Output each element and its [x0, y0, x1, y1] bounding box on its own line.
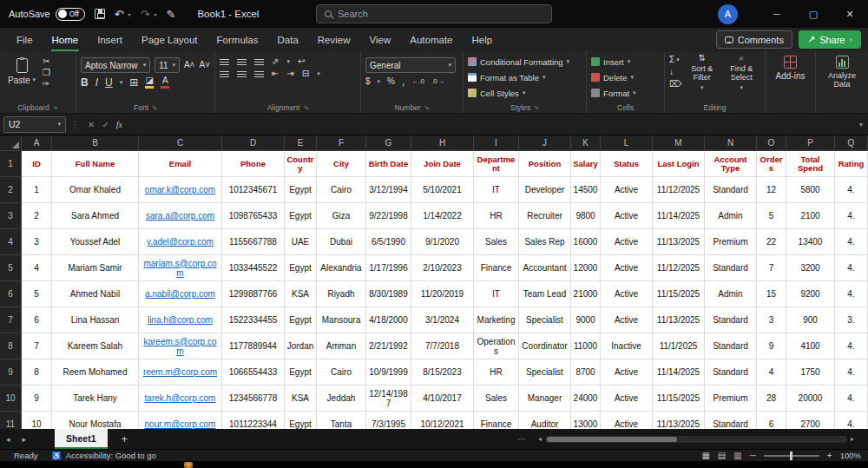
- cell-P8[interactable]: 4100: [786, 333, 835, 359]
- cell-Q6[interactable]: 4.: [835, 281, 868, 307]
- cell-O11[interactable]: 6: [757, 412, 786, 429]
- cell-E7[interactable]: Egypt: [285, 307, 317, 333]
- save-icon[interactable]: [95, 9, 105, 19]
- cell-Q11[interactable]: 4.: [835, 412, 868, 429]
- cell-D6[interactable]: 1299887766: [222, 281, 285, 307]
- cell-O6[interactable]: 15: [757, 281, 786, 307]
- column-header-L[interactable]: L: [601, 135, 653, 151]
- cell-header-L1[interactable]: Status: [601, 151, 653, 177]
- cell-M8[interactable]: 11/1/2025: [653, 333, 705, 359]
- font-name-combo[interactable]: Aptos Narrow ▾: [81, 57, 150, 73]
- cell-G4[interactable]: 6/5/1990: [366, 229, 411, 255]
- horizontal-scrollbar[interactable]: ◂ ▸: [535, 435, 858, 443]
- select-all-button[interactable]: [0, 135, 22, 151]
- autosave-switch[interactable]: Off: [56, 8, 85, 21]
- font-dialog-launcher-icon[interactable]: ⇘: [152, 104, 157, 111]
- column-header-I[interactable]: I: [474, 135, 519, 151]
- cell-P10[interactable]: 20000: [786, 386, 835, 412]
- column-header-C[interactable]: C: [139, 135, 222, 151]
- cell-D11[interactable]: 1011223344: [222, 412, 285, 429]
- increase-indent-icon[interactable]: ⇥: [286, 69, 293, 78]
- row-header-3[interactable]: 3: [0, 203, 22, 229]
- sheet-bar-ellipsis-icon[interactable]: ⋯: [517, 434, 526, 444]
- cell-B9[interactable]: Reem Mohamed: [52, 359, 139, 386]
- align-middle-icon[interactable]: [237, 59, 247, 65]
- cell-N2[interactable]: Standard: [705, 177, 757, 203]
- autosave-toggle[interactable]: AutoSave Off: [9, 8, 85, 21]
- cell-M9[interactable]: 11/14/2025: [653, 359, 705, 386]
- cell-header-J1[interactable]: Position: [519, 151, 571, 177]
- formula-input[interactable]: [131, 116, 854, 133]
- cell-L8[interactable]: Inactive: [601, 333, 653, 359]
- cell-F5[interactable]: Alexandria: [317, 255, 366, 281]
- cell-F7[interactable]: Mansoura: [317, 307, 366, 333]
- cell-H3[interactable]: 1/14/2022: [411, 203, 474, 229]
- cell-P3[interactable]: 2100: [786, 203, 835, 229]
- cell-E4[interactable]: UAE: [285, 229, 317, 255]
- column-header-O[interactable]: O: [757, 135, 786, 151]
- column-header-E[interactable]: E: [285, 135, 317, 151]
- cell-Q3[interactable]: 4.: [835, 203, 868, 229]
- cell-A4[interactable]: 3: [22, 229, 52, 255]
- row-header-7[interactable]: 7: [0, 307, 22, 333]
- cell-B3[interactable]: Sara Ahmed: [52, 203, 139, 229]
- cell-P7[interactable]: 900: [786, 307, 835, 333]
- cell-O2[interactable]: 12: [757, 177, 786, 203]
- cell-E8[interactable]: Jordan: [285, 333, 317, 359]
- scrollbar-thumb[interactable]: [547, 437, 677, 442]
- cell-styles-button[interactable]: Cell Styles ▾: [468, 85, 582, 101]
- cell-header-B1[interactable]: Full Name: [52, 151, 139, 177]
- cell-D7[interactable]: 1522334455: [222, 307, 285, 333]
- cell-N7[interactable]: Standard: [705, 307, 757, 333]
- cell-P9[interactable]: 1750: [786, 359, 835, 386]
- row-header-11[interactable]: 11: [0, 412, 22, 429]
- cell-P6[interactable]: 9200: [786, 281, 835, 307]
- cell-I8[interactable]: Operations: [474, 333, 519, 359]
- comments-button[interactable]: Comments: [716, 30, 792, 49]
- scrollbar-track[interactable]: [545, 436, 847, 443]
- cell-H7[interactable]: 3/1/2024: [411, 307, 474, 333]
- cell-I7[interactable]: Marketing: [474, 307, 519, 333]
- cell-E6[interactable]: KSA: [285, 281, 317, 307]
- name-box[interactable]: U2 ▾: [3, 116, 66, 133]
- cell-H10[interactable]: 4/10/2017: [411, 386, 474, 412]
- cell-G7[interactable]: 4/18/2000: [366, 307, 411, 333]
- cell-Q2[interactable]: 4.: [835, 177, 868, 203]
- merge-center-icon[interactable]: ⊟: [302, 69, 309, 78]
- column-header-G[interactable]: G: [366, 135, 411, 151]
- cell-L11[interactable]: Active: [601, 412, 653, 429]
- delete-cells-button[interactable]: Delete ▾: [591, 69, 660, 85]
- cell-F6[interactable]: Riyadh: [317, 281, 366, 307]
- orientation-icon[interactable]: ⇗: [272, 57, 279, 66]
- cell-J2[interactable]: Developer: [519, 177, 571, 203]
- cell-K5[interactable]: 12000: [571, 255, 601, 281]
- cell-I4[interactable]: Sales: [474, 229, 519, 255]
- cell-D9[interactable]: 1066554433: [222, 359, 285, 386]
- cell-G6[interactable]: 8/30/1989: [366, 281, 411, 307]
- cell-header-A1[interactable]: ID: [22, 151, 52, 177]
- search-box[interactable]: [316, 4, 552, 23]
- find-select-button[interactable]: ⌕ Find & Select ▾: [722, 54, 760, 91]
- cell-E11[interactable]: Egypt: [285, 412, 317, 429]
- cell-header-E1[interactable]: Country: [285, 151, 317, 177]
- sort-filter-button[interactable]: ⇅ Sort & Filter ▾: [685, 54, 719, 91]
- cell-C5[interactable]: mariam.s@corp.com: [139, 255, 222, 281]
- cell-E5[interactable]: Egypt: [285, 255, 317, 281]
- cell-P5[interactable]: 3200: [786, 255, 835, 281]
- insert-function-icon[interactable]: fx: [116, 120, 122, 129]
- row-header-1[interactable]: 1: [0, 151, 22, 177]
- currency-icon[interactable]: $: [365, 77, 371, 86]
- font-color-button[interactable]: A: [161, 76, 169, 89]
- tab-page-layout[interactable]: Page Layout: [132, 28, 207, 51]
- clipboard-dialog-launcher-icon[interactable]: ⇘: [53, 104, 58, 111]
- shrink-font-icon[interactable]: A˅: [199, 61, 210, 69]
- tab-review[interactable]: Review: [308, 28, 360, 51]
- cell-Q10[interactable]: 4.: [835, 386, 868, 412]
- increase-decimal-icon[interactable]: ←.0: [411, 78, 424, 85]
- cell-header-C1[interactable]: Email: [139, 151, 222, 177]
- cell-K6[interactable]: 21000: [571, 281, 601, 307]
- cell-header-K1[interactable]: Salary: [571, 151, 601, 177]
- align-center-icon[interactable]: [237, 71, 247, 77]
- column-header-N[interactable]: N: [705, 135, 757, 151]
- cell-C4[interactable]: y.adel@corp.com: [139, 229, 222, 255]
